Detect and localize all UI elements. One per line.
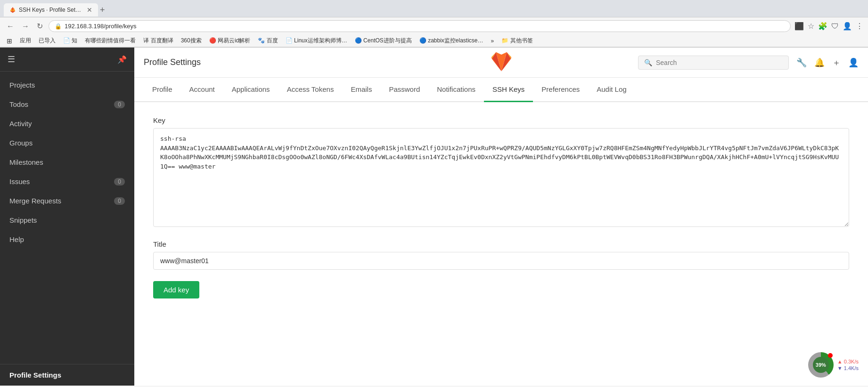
main-content: Profile Settings 🔍	[134, 48, 868, 386]
bell-icon[interactable]: 🔔	[814, 57, 825, 68]
todos-badge: 0	[114, 101, 125, 108]
tab-ssh-keys[interactable]: SSH Keys	[484, 78, 533, 102]
sidebar-item-milestones[interactable]: Milestones	[0, 153, 134, 172]
new-tab-btn[interactable]: +	[100, 5, 105, 15]
sidebar-item-label: Activity	[9, 120, 32, 128]
sidebar-item-issues[interactable]: Issues 0	[0, 172, 134, 191]
browser-toolbar: ← → ↻ 🔒 192.168.3.198/profile/keys ⬛ ☆ 🧩…	[0, 17, 868, 35]
content-area: Key ssh-rsa AAAAB3NzaC1yc2EAAAABIwAAAQEA…	[134, 102, 868, 386]
toolbar-actions: ⬛ ☆ 🧩 🛡 👤 ⋮	[794, 22, 863, 31]
wrench-icon[interactable]: 🔧	[796, 57, 807, 68]
url-text: 192.168.3.198/profile/keys	[65, 23, 785, 30]
bookmark-baidu[interactable]: 🐾 百度	[255, 36, 280, 46]
pin-icon[interactable]: 📌	[117, 55, 127, 64]
download-speed: ▼ 1.4K/s	[837, 365, 859, 371]
bookmark-linux[interactable]: 📄 Linux运维架构师博…	[283, 36, 350, 46]
tab-emails[interactable]: Emails	[342, 78, 380, 102]
plus-icon[interactable]: ＋	[832, 57, 841, 68]
merge-requests-badge: 0	[114, 197, 125, 205]
sidebar: ☰ 📌 Projects Todos 0 Activity Groups Mil…	[0, 48, 134, 386]
topbar: Profile Settings 🔍	[134, 48, 868, 78]
network-circle: 39%	[808, 352, 834, 378]
title-input[interactable]	[153, 252, 849, 270]
network-alert-dot	[828, 353, 833, 358]
sidebar-item-groups[interactable]: Groups	[0, 133, 134, 153]
bookmark-zabbix[interactable]: 🔵 zabbix监控elasticse…	[417, 36, 486, 46]
search-icon: 🔍	[644, 59, 652, 66]
upload-speed: ▲ 0.3K/s	[837, 359, 859, 364]
active-tab[interactable]: SSH Keys · Profile Setti… ✕	[4, 3, 98, 16]
tab-preferences[interactable]: Preferences	[533, 78, 588, 102]
topbar-logo	[491, 51, 512, 74]
key-textarea[interactable]: ssh-rsa AAAAB3NzaC1yc2EAAAABIwAAAQEArALv…	[153, 128, 849, 227]
tab-profile[interactable]: Profile	[144, 78, 181, 102]
apps-btn[interactable]: ⊞	[4, 36, 15, 46]
sidebar-item-activity[interactable]: Activity	[0, 114, 134, 133]
extensions-btn[interactable]: 🧩	[818, 22, 827, 31]
sidebar-item-snippets[interactable]: Snippets	[0, 210, 134, 230]
sidebar-item-label: Snippets	[9, 216, 37, 224]
bookmark-more[interactable]: »	[488, 37, 497, 45]
gitlab-logo-svg	[491, 51, 512, 72]
bookmark-star-btn[interactable]: ☆	[808, 22, 814, 31]
bookmark-others[interactable]: 📁 其他书签	[499, 36, 535, 46]
tab-account[interactable]: Account	[181, 78, 223, 102]
tab-applications[interactable]: Applications	[223, 78, 278, 102]
sidebar-item-todos[interactable]: Todos 0	[0, 95, 134, 114]
bookmark-imported[interactable]: 已导入	[36, 36, 58, 46]
bookmark-translate[interactable]: 译 百度翻译	[140, 36, 176, 46]
network-percent: 39%	[813, 357, 829, 373]
tab-bar: SSH Keys · Profile Setti… ✕ +	[0, 0, 868, 17]
sidebar-item-label: Groups	[9, 139, 33, 147]
issues-badge: 0	[114, 178, 125, 185]
bookmark-centos[interactable]: 🔵 CentOS进阶与提高	[352, 36, 415, 46]
bookmark-applied[interactable]: 应用	[17, 36, 34, 46]
network-stats: ▲ 0.3K/s ▼ 1.4K/s	[837, 359, 859, 371]
reload-btn[interactable]: ↻	[35, 21, 45, 32]
tab-access-tokens[interactable]: Access Tokens	[278, 78, 343, 102]
key-form-group: Key ssh-rsa AAAAB3NzaC1yc2EAAAABIwAAAQEA…	[153, 116, 849, 229]
search-input[interactable]	[656, 59, 783, 66]
address-bar[interactable]: 🔒 192.168.3.198/profile/keys	[49, 20, 791, 32]
bookmark-360[interactable]: 360搜索	[178, 36, 205, 46]
submit-group: Add key	[153, 281, 849, 298]
sidebar-item-label: Projects	[9, 81, 35, 89]
network-status-widget: 39% ▲ 0.3K/s ▼ 1.4K/s	[808, 352, 859, 378]
sidebar-item-label: Todos	[9, 100, 28, 108]
hamburger-icon[interactable]: ☰	[8, 54, 15, 64]
topbar-right: 🔍 🔧 🔔 ＋ 👤	[501, 56, 859, 70]
sidebar-item-help[interactable]: Help	[0, 230, 134, 249]
sidebar-item-label: Milestones	[9, 158, 43, 166]
menu-btn[interactable]: ⋮	[856, 22, 863, 31]
profile-icon[interactable]: 👤	[843, 22, 852, 31]
sidebar-item-label: Issues	[9, 177, 30, 185]
forward-btn[interactable]: →	[20, 21, 31, 32]
bookmark-netease[interactable]: 🔴 网易云id解析	[206, 36, 254, 46]
add-key-button[interactable]: Add key	[153, 281, 199, 298]
bookmark-drama[interactable]: 有哪些剧情值得一看	[82, 36, 139, 46]
page-title: Profile Settings	[144, 57, 501, 67]
tab-password[interactable]: Password	[380, 78, 428, 102]
title-label: Title	[153, 240, 849, 248]
sidebar-nav: Projects Todos 0 Activity Groups Milesto…	[0, 72, 134, 364]
bookmark-zhi[interactable]: 📄 知	[60, 36, 80, 46]
sidebar-item-merge-requests[interactable]: Merge Requests 0	[0, 191, 134, 210]
search-box[interactable]: 🔍	[638, 56, 789, 70]
sidebar-footer-profile-settings[interactable]: Profile Settings	[0, 364, 134, 386]
user-avatar[interactable]: 👤	[848, 57, 859, 68]
tab-title: SSH Keys · Profile Setti…	[19, 7, 82, 13]
tab-audit-log[interactable]: Audit Log	[588, 78, 635, 102]
back-btn[interactable]: ←	[5, 21, 16, 32]
shield-icon[interactable]: 🛡	[831, 22, 839, 31]
sidebar-footer-label: Profile Settings	[9, 371, 61, 379]
sidebar-item-projects[interactable]: Projects	[0, 75, 134, 95]
sidebar-item-label: Help	[9, 235, 24, 243]
tab-close-btn[interactable]: ✕	[87, 6, 92, 14]
gitlab-app: ☰ 📌 Projects Todos 0 Activity Groups Mil…	[0, 48, 868, 386]
key-label: Key	[153, 116, 849, 124]
title-form-group: Title	[153, 240, 849, 270]
browser-chrome: SSH Keys · Profile Setti… ✕ + ← → ↻ 🔒 19…	[0, 0, 868, 48]
cast-icon[interactable]: ⬛	[794, 22, 804, 31]
lock-icon: 🔒	[55, 23, 62, 30]
tab-notifications[interactable]: Notifications	[428, 78, 484, 102]
